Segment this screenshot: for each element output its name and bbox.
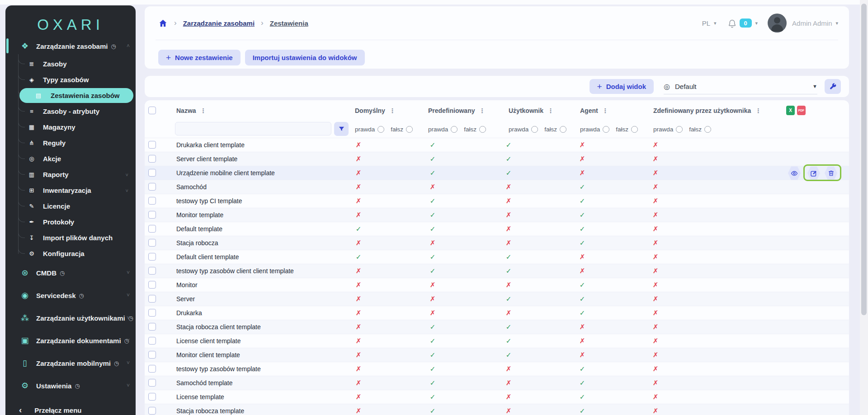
scrollbar-track[interactable]	[860, 0, 868, 415]
sidebar-section-ustawienia[interactable]: ⚙Ustawienia◷˅	[5, 374, 136, 397]
menu-toggle[interactable]: ‹ Przełącz menu	[5, 402, 136, 415]
filter-false-radio[interactable]	[631, 126, 638, 133]
column-menu-icon[interactable]: ⋮	[547, 107, 554, 114]
row-checkbox[interactable]	[148, 211, 156, 219]
row-checkbox[interactable]	[148, 141, 156, 149]
preview-button[interactable]	[788, 166, 801, 180]
filter-false-radio[interactable]	[406, 126, 413, 133]
sidebar-item-protokoły[interactable]: ✒Protokoły	[5, 214, 136, 230]
filter-true-radio[interactable]	[676, 126, 683, 133]
sidebar-item-typy-zasobów[interactable]: ◈Typy zasobów	[5, 72, 136, 88]
row-checkbox[interactable]	[148, 225, 156, 233]
table-row[interactable]: Monitor client template✗✓✓✗✗	[145, 348, 849, 362]
sidebar-item-magazyny[interactable]: ▦Magazyny	[5, 119, 136, 135]
sidebar-section-zarządzanie-zasobami[interactable]: ❖Zarządzanie zasobami◷˄	[5, 36, 136, 56]
filter-true-radio[interactable]	[531, 126, 538, 133]
table-row[interactable]: testowy typ zasobów template✗✓✗✓✗	[145, 362, 849, 376]
filter-funnel-button[interactable]	[334, 122, 349, 136]
delete-button[interactable]	[824, 166, 838, 180]
filter-false-radio[interactable]	[479, 126, 486, 133]
table-row[interactable]: License template✗✓✗✓✗	[145, 390, 849, 404]
sidebar-section-zarządzanie-użytkownikami[interactable]: ⁂Zarządzanie użytkownikami◷˅	[5, 307, 136, 329]
column-menu-icon[interactable]: ⋮	[389, 107, 396, 114]
user-menu-caret-icon[interactable]: ▾	[835, 20, 838, 26]
table-row[interactable]: Monitor template✗✓✗✓✗	[145, 208, 849, 222]
column-menu-icon[interactable]: ⋮	[755, 107, 761, 114]
row-checkbox[interactable]	[148, 267, 156, 275]
sidebar-item-raporty[interactable]: ▥Raporty˅	[5, 167, 136, 182]
new-compilation-button[interactable]: + Nowe zestawienie	[158, 50, 241, 65]
table-row[interactable]: Monitor✗✗✗✓✗	[145, 278, 849, 292]
row-checkbox[interactable]	[148, 183, 156, 191]
table-row[interactable]: Samochód template✗✓✗✓✗	[145, 376, 849, 390]
table-row[interactable]: Stacja robocza client template✗✓✓✗✗	[145, 320, 849, 334]
sidebar-section-cmdb[interactable]: ⊛CMDB◷˅	[5, 261, 136, 284]
sidebar-item-inwentaryzacja[interactable]: ⊞Inwentaryzacja˅	[5, 182, 136, 198]
row-checkbox[interactable]	[148, 239, 156, 247]
row-checkbox[interactable]	[148, 281, 156, 289]
row-checkbox[interactable]	[148, 169, 156, 177]
sidebar-section-zarządzanie-mobilnymi[interactable]: ▯Zarządzanie mobilnymi◷˅	[5, 352, 136, 374]
select-all-checkbox[interactable]	[148, 107, 156, 114]
column-menu-icon[interactable]: ⋮	[200, 107, 207, 114]
breadcrumb-link-zarządzanie-zasobami[interactable]: Zarządzanie zasobami	[183, 19, 255, 27]
table-row[interactable]: Urządzenie mobilne client template✗✓✓✗✗	[145, 166, 849, 180]
table-row[interactable]: Samochód✗✗✗✓✗	[145, 180, 849, 194]
column-menu-icon[interactable]: ⋮	[602, 107, 609, 114]
avatar[interactable]	[768, 14, 787, 33]
pdf-export-icon[interactable]: PDF	[797, 106, 806, 115]
sidebar-item-licencje[interactable]: ✎Licencje	[5, 198, 136, 214]
sidebar-item-reguły[interactable]: ⋔Reguły	[5, 135, 136, 151]
language-caret-icon[interactable]: ▾	[714, 20, 717, 26]
view-selector[interactable]: ◎ Default ▼	[664, 79, 817, 94]
filter-true-radio[interactable]	[377, 126, 384, 133]
sidebar-item-konfiguracja[interactable]: ⚙Konfiguracja	[5, 246, 136, 261]
row-checkbox[interactable]	[148, 155, 156, 163]
row-checkbox[interactable]	[148, 351, 156, 359]
table-row[interactable]: License client template✗✓✓✗✗	[145, 334, 849, 348]
sidebar-item-import-plików-danych[interactable]: ↧Import plików danych	[5, 230, 136, 246]
name-filter-input[interactable]	[175, 122, 331, 135]
notification-caret-icon[interactable]: ▾	[755, 20, 758, 26]
table-row[interactable]: Default template✓✓✗✓✗	[145, 222, 849, 236]
table-row[interactable]: Drukarka client template✗✓✓✗✗	[145, 138, 849, 152]
row-checkbox[interactable]	[148, 323, 156, 331]
filter-true-radio[interactable]	[603, 126, 609, 133]
table-row[interactable]: testowy typ zasobów client client templa…	[145, 264, 849, 278]
table-row[interactable]: Drukarka✗✗✗✓✗	[145, 306, 849, 320]
row-checkbox[interactable]	[148, 393, 156, 401]
row-checkbox[interactable]	[148, 197, 156, 205]
view-settings-button[interactable]	[825, 79, 841, 94]
row-checkbox[interactable]	[148, 379, 156, 387]
table-row[interactable]: Default client template✓✓✓✗✗	[145, 250, 849, 264]
sidebar-section-zarządzanie-dokumentami[interactable]: ▣Zarządzanie dokumentami◷˅	[5, 329, 136, 352]
table-row[interactable]: Stacja robocza template✗✓✗✓✗	[145, 404, 849, 415]
bell-icon[interactable]	[727, 19, 737, 28]
table-row[interactable]: Stacja robocza✗✗✗✓✗	[145, 236, 849, 250]
sidebar-section-servicedesk[interactable]: ◉Servicedesk◷˅	[5, 284, 136, 307]
scrollbar-thumb[interactable]	[861, 4, 867, 315]
import-settings-button[interactable]: Importuj ustawienia do widoków	[245, 50, 365, 65]
table-row[interactable]: Server✗✗✓✓✗	[145, 292, 849, 306]
filter-false-radio[interactable]	[704, 126, 711, 133]
row-checkbox[interactable]	[148, 407, 156, 415]
row-checkbox[interactable]	[148, 253, 156, 261]
table-row[interactable]: Server client template✗✓✓✗✗	[145, 152, 849, 166]
column-menu-icon[interactable]: ⋮	[479, 107, 485, 114]
sidebar-item-zasoby-atrybuty[interactable]: ≡Zasoby - atrybuty	[5, 103, 136, 119]
sidebar-item-zasoby[interactable]: ≣Zasoby	[5, 56, 136, 72]
filter-true-radio[interactable]	[451, 126, 458, 133]
row-checkbox[interactable]	[148, 337, 156, 345]
edit-button[interactable]	[807, 166, 821, 180]
row-checkbox[interactable]	[148, 295, 156, 303]
sidebar-item-akcje[interactable]: ◎Akcje	[5, 151, 136, 167]
home-icon[interactable]	[158, 19, 168, 28]
sidebar-item-zestawienia-zasobów[interactable]: ▤Zestawienia zasobów	[5, 88, 136, 103]
user-name[interactable]: Admin Admin	[792, 19, 832, 27]
row-checkbox[interactable]	[148, 365, 156, 373]
add-view-button[interactable]: + Dodaj widok	[590, 79, 654, 94]
table-row[interactable]: testowy typ CI template✗✓✗✓✗	[145, 194, 849, 208]
breadcrumb-link-zestawienia[interactable]: Zestawienia	[270, 19, 308, 27]
language-selector[interactable]: PL	[702, 19, 710, 27]
filter-false-radio[interactable]	[560, 126, 566, 133]
